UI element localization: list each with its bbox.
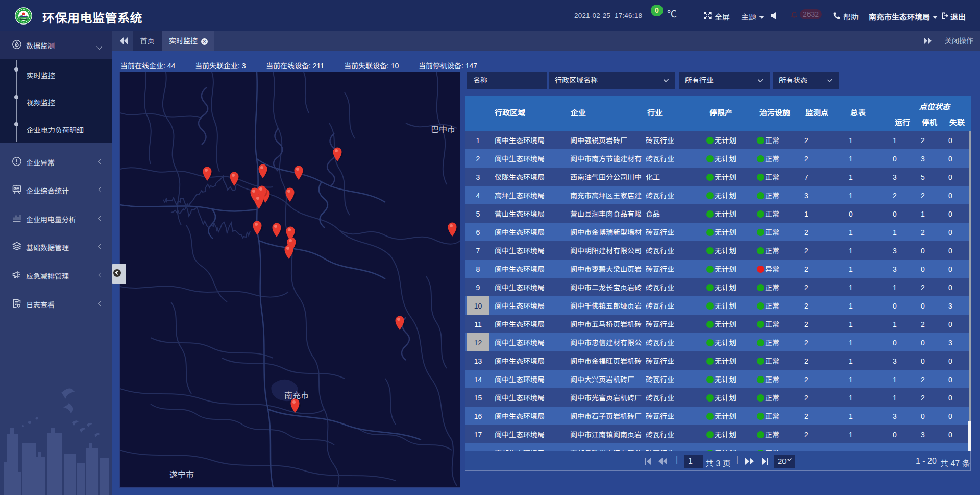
svg-text:巴中市: 巴中市 bbox=[431, 123, 455, 135]
svg-text:遂宁市: 遂宁市 bbox=[169, 468, 194, 480]
